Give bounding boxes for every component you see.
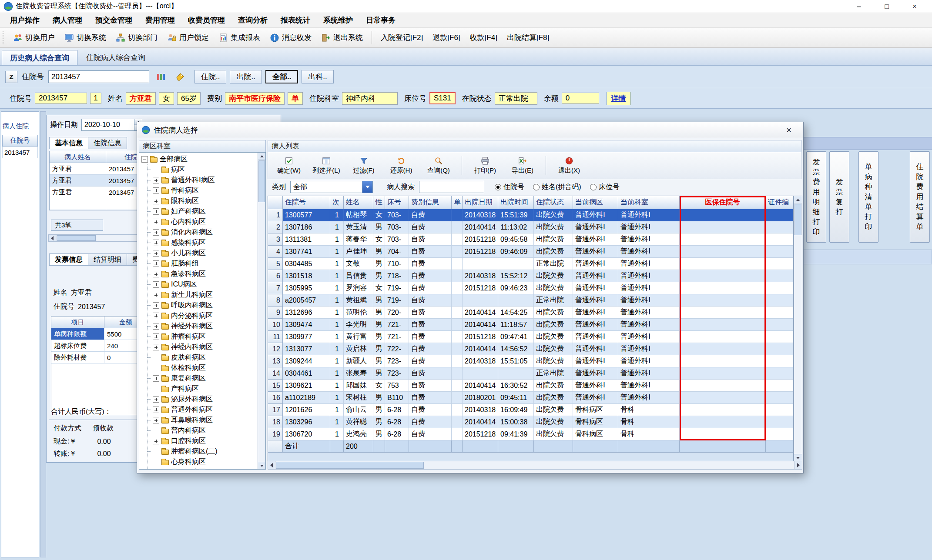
column-header[interactable]: 当前病区 — [573, 196, 618, 209]
column-header[interactable]: 住院号 — [283, 196, 330, 209]
scroll-down-icon[interactable] — [794, 454, 802, 461]
patient-row[interactable]: 1913067201史鸿亮男6-28自费2015121809:41:39出院欠费… — [268, 428, 793, 440]
patient-row[interactable]: 8a20054571黄祖斌男719-自费正常出院普通外科Ⅰ普通外科Ⅰ — [268, 294, 793, 307]
tree-node[interactable]: 骨二科病区 — [148, 467, 258, 469]
left-grid-cell[interactable]: 2013457 — [2, 147, 38, 158]
radio-icon[interactable] — [590, 184, 597, 190]
dropdown-arrow-icon[interactable] — [362, 181, 372, 193]
maximize-button[interactable]: □ — [873, 0, 901, 13]
dialog-toolbar-button[interactable]: 查询(Q) — [420, 153, 457, 178]
tree-node[interactable]: 妇产科病区 — [148, 206, 258, 217]
toolbar-button[interactable]: 出院结算[F8] — [503, 31, 553, 44]
search-mode-radio[interactable]: 住院号 — [495, 183, 524, 192]
tree-node[interactable]: 普内科病区 — [148, 425, 258, 436]
tree-root-node[interactable]: 全部病区 — [141, 154, 258, 164]
patient-row[interactable]: 16a11021891宋树柱男B110自费2018020109:45:11出院欠… — [268, 392, 793, 404]
patient-row[interactable]: 1013094741李光明男721-自费2014041411:18:57出院欠费… — [268, 319, 793, 331]
column-header[interactable]: 费别信息 — [409, 196, 452, 209]
tree-node[interactable]: 小儿科病区 — [148, 248, 258, 258]
toolbar-button[interactable]: 退款[F6] — [428, 31, 464, 44]
tree-node[interactable]: 心内科病区 — [148, 217, 258, 227]
tag-button[interactable] — [173, 70, 188, 84]
column-header[interactable]: 单 — [452, 196, 463, 209]
tree-node[interactable]: 泌尿外科病区 — [148, 394, 258, 404]
collapse-icon[interactable] — [141, 156, 148, 163]
menu-item[interactable]: 系统维护 — [317, 15, 359, 25]
tree-node[interactable]: 消化内科病区 — [148, 227, 258, 237]
tree-node[interactable]: 急诊科病区 — [148, 269, 258, 279]
expand-icon[interactable] — [153, 240, 159, 246]
toolbar-button[interactable]: 用户锁定 — [163, 31, 213, 44]
tree-node[interactable]: 呼吸内科病区 — [148, 300, 258, 310]
expand-icon[interactable] — [153, 438, 159, 444]
z-button[interactable]: Z — [5, 71, 17, 83]
column-header[interactable]: 住院状态 — [534, 196, 573, 209]
tree-node[interactable]: 感染科病区 — [148, 237, 258, 248]
patient-search-input[interactable] — [419, 181, 484, 193]
main-tab[interactable]: 住院病人综合查询 — [78, 50, 153, 65]
dialog-toolbar-button[interactable]: 确定(W) — [271, 153, 307, 178]
patient-row[interactable]: 1813032961黄祥聪男6-28自费2014041415:00:38出院欠费… — [268, 416, 793, 428]
patient-row[interactable]: 1313092441新疆人男723-自费2014031815:51:05出院欠费… — [268, 355, 793, 367]
tree-node[interactable]: 口腔科病区 — [148, 436, 258, 446]
toolbar-button[interactable]: 退出系统 — [317, 31, 367, 44]
search-mode-radio[interactable]: 姓名(拼音码) — [533, 183, 581, 192]
expand-icon[interactable] — [153, 292, 159, 298]
expand-icon[interactable] — [153, 313, 159, 319]
toolbar-button[interactable]: 切换系统 — [60, 31, 111, 44]
expand-icon[interactable] — [153, 469, 159, 470]
search-mode-radio[interactable]: 床位号 — [590, 183, 620, 192]
toolbar-button[interactable]: 切换用户 — [9, 31, 59, 44]
tree-node[interactable]: 内分泌科病区 — [148, 310, 258, 321]
scroll-up-icon[interactable] — [794, 196, 802, 203]
tree-node[interactable]: 病区 — [148, 164, 258, 175]
patient-row[interactable]: 1403044611张泉寿男723-自费正常出院普通外科Ⅰ普通外科Ⅰ — [268, 367, 793, 380]
sub-tab[interactable]: 住院信息 — [88, 137, 127, 149]
expand-icon[interactable] — [153, 187, 159, 194]
range-filter-button[interactable]: 全部.. — [265, 70, 298, 83]
expand-icon[interactable] — [153, 271, 159, 277]
expand-icon[interactable] — [153, 375, 159, 382]
left-grid-header[interactable]: 住院号 — [2, 135, 38, 147]
minimize-button[interactable]: – — [845, 0, 873, 13]
fee-row[interactable]: 超标床位费240 — [51, 340, 147, 352]
column-header[interactable]: 医保住院号 — [680, 196, 766, 209]
expand-icon[interactable] — [153, 281, 159, 288]
side-print-button[interactable]: 单病种清单打印 — [858, 151, 878, 243]
expand-icon[interactable] — [153, 344, 159, 350]
patient-row[interactable]: 1712016261俞山云男6-28自费2014031816:09:49出院欠费… — [268, 404, 793, 416]
sub-tab[interactable]: 结算明细 — [88, 253, 127, 266]
side-print-button[interactable]: 发票费用明细打印 — [806, 151, 826, 243]
menu-item[interactable]: 费用管理 — [139, 15, 181, 25]
dialog-toolbar-button[interactable]: 还原(H) — [383, 153, 419, 178]
menu-item[interactable]: 查询分析 — [231, 15, 274, 25]
expand-icon[interactable] — [153, 198, 159, 204]
operation-date-input[interactable]: 2020-10-10 — [81, 119, 142, 131]
tree-node[interactable]: 耳鼻喉科病区 — [148, 415, 258, 425]
radio-icon[interactable] — [495, 184, 501, 190]
expand-icon[interactable] — [153, 250, 159, 257]
expand-icon[interactable] — [153, 417, 159, 423]
tree-node[interactable]: 体检科病区 — [148, 363, 258, 373]
sub-tab[interactable]: 发票信息 — [49, 253, 88, 266]
side-print-button[interactable]: 住院费用结算单 — [910, 151, 930, 243]
tree-node[interactable]: 康复科病区 — [148, 373, 258, 383]
dialog-toolbar-button[interactable]: 打印(P) — [467, 153, 503, 178]
tree-node[interactable]: 普通外科Ⅰ病区 — [148, 175, 258, 185]
expand-icon[interactable] — [153, 229, 159, 236]
scroll-right-icon[interactable] — [795, 461, 802, 469]
tree-node[interactable]: 肛肠科组 — [148, 258, 258, 269]
category-dropdown[interactable]: 全部 — [290, 181, 373, 193]
menu-item[interactable]: 报表统计 — [274, 15, 317, 25]
scroll-left-icon[interactable] — [49, 235, 56, 241]
scroll-thumb[interactable] — [57, 235, 96, 241]
close-button[interactable]: × — [901, 0, 929, 13]
menu-item[interactable]: 预交金管理 — [89, 15, 139, 25]
column-header[interactable]: 出院日期 — [463, 196, 498, 209]
menu-item[interactable]: 用户操作 — [3, 15, 46, 25]
tree-node[interactable]: 神经内科病区 — [148, 342, 258, 352]
radio-icon[interactable] — [533, 184, 540, 190]
sub-tab[interactable]: 基本信息 — [49, 137, 88, 149]
expand-icon[interactable] — [153, 407, 159, 413]
column-header[interactable]: 当前科室 — [618, 196, 680, 209]
